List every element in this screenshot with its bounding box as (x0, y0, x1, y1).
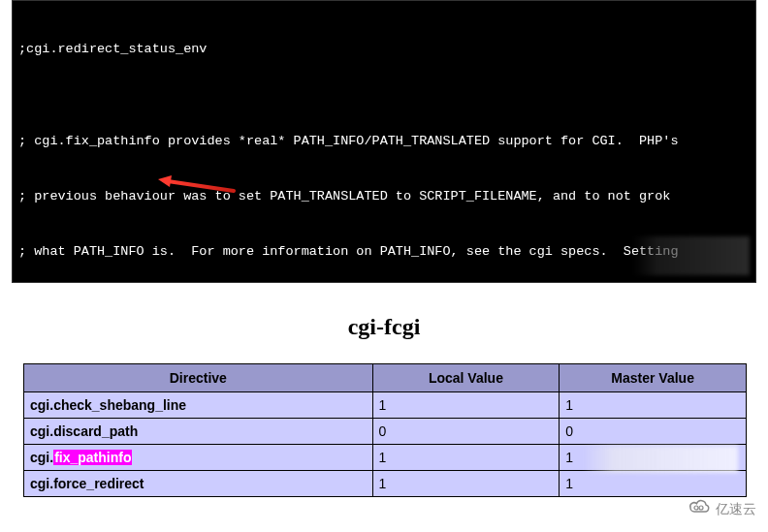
table-header-master: Master Value (560, 364, 747, 392)
table-header-directive: Directive (24, 364, 373, 392)
master-value-cell: 1 (560, 392, 747, 419)
table-row: cgi.force_redirect 1 1 (24, 471, 747, 497)
table-header-local: Local Value (372, 364, 560, 392)
terminal-output: ;cgi.redirect_status_env ; cgi.fix_pathi… (12, 0, 756, 283)
local-value-cell: 1 (372, 445, 560, 471)
table-row: cgi.check_shebang_line 1 1 (24, 392, 747, 419)
directive-cell: cgi.fix_pathinfo (24, 445, 373, 471)
local-value-cell: 1 (372, 471, 560, 497)
directive-cell: cgi.check_shebang_line (24, 392, 373, 419)
search-highlight: fix_pathinfo (53, 450, 132, 465)
master-value-cell: 1 (560, 471, 747, 497)
local-value-cell: 1 (372, 392, 560, 419)
master-value-cell: 0 (560, 419, 747, 445)
censored-region (583, 446, 738, 473)
php-config-table: Directive Local Value Master Value cgi.c… (23, 363, 747, 497)
terminal-line: ; cgi.fix_pathinfo provides *real* PATH_… (18, 132, 750, 150)
directive-cell: cgi.discard_path (24, 419, 373, 445)
master-value-cell: 1 (560, 445, 747, 471)
table-row: cgi.fix_pathinfo 1 1 (24, 445, 747, 471)
censored-region (633, 236, 750, 275)
terminal-line: ; previous behaviour was to set PATH_TRA… (18, 187, 750, 205)
terminal-line: ;cgi.redirect_status_env (18, 40, 750, 58)
directive-cell: cgi.force_redirect (24, 471, 373, 497)
local-value-cell: 0 (372, 419, 560, 445)
svg-marker-1 (158, 175, 172, 187)
section-title: cgi-fcgi (0, 314, 768, 340)
table-row: cgi.discard_path 0 0 (24, 419, 747, 445)
